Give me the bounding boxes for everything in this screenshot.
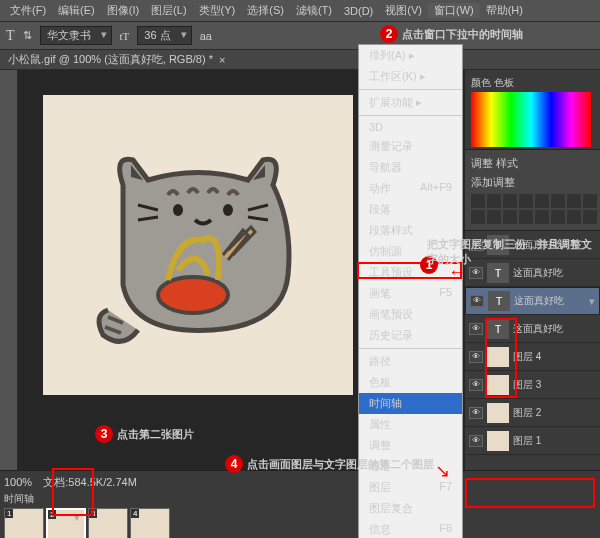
tools-panel[interactable] — [0, 70, 18, 470]
menu-item[interactable]: 排列(A) ▸ — [359, 45, 462, 66]
size-icon: tT — [120, 30, 130, 42]
menu-window[interactable]: 窗口(W) — [428, 3, 480, 18]
menu-item[interactable]: 导航器 — [359, 157, 462, 178]
menu-item[interactable]: 画笔预设 — [359, 304, 462, 325]
layer-row[interactable]: 👁T这面真好吃 — [465, 315, 600, 343]
menu-edit[interactable]: 编辑(E) — [52, 3, 101, 18]
menu-filter[interactable]: 滤镜(T) — [290, 3, 338, 18]
menu-item[interactable]: 图层复合 — [359, 498, 462, 519]
menu-item[interactable]: 动作Alt+F9 — [359, 178, 462, 199]
layer-row[interactable]: 👁T这面真好吃 — [465, 287, 600, 315]
orientation-icon[interactable]: ⇅ — [23, 29, 32, 42]
menu-item[interactable]: 画笔F5 — [359, 283, 462, 304]
font-size[interactable]: 36 点 — [137, 26, 191, 45]
menu-3d[interactable]: 3D(D) — [338, 5, 379, 17]
timeline-frame[interactable]: 1 — [4, 508, 44, 538]
text-tool-icon: T — [6, 28, 15, 44]
menu-item[interactable]: 调整 — [359, 435, 462, 456]
menu-layer[interactable]: 图层(L) — [145, 3, 192, 18]
menu-image[interactable]: 图像(I) — [101, 3, 145, 18]
timeline-frame[interactable]: 2 — [46, 508, 86, 538]
panels: 颜色 色板 调整 样式 添加调整 👁T这面真好吃👁T这面真好吃👁T这面真好吃👁T… — [465, 70, 600, 470]
cat-illustration — [83, 135, 313, 355]
adjustments-panel[interactable]: 调整 样式 添加调整 — [465, 150, 600, 231]
visibility-icon[interactable]: 👁 — [469, 351, 483, 363]
callout-2: 2点击窗口下拉中的时间轴 — [380, 25, 523, 43]
menubar: 文件(F) 编辑(E) 图像(I) 图层(L) 类型(Y) 选择(S) 滤镜(T… — [0, 0, 600, 22]
menu-item[interactable]: 历史记录 — [359, 325, 462, 346]
svg-point-0 — [173, 204, 183, 216]
visibility-icon[interactable]: 👁 — [469, 267, 483, 279]
callout-5: 把文字图层复制三份，并且调整文字的大小 — [427, 237, 600, 267]
visibility-icon[interactable]: 👁 — [469, 323, 483, 335]
visibility-icon[interactable]: 👁 — [469, 407, 483, 419]
layer-row[interactable]: 👁图层 4 — [465, 343, 600, 371]
menu-item[interactable]: 测量记录 — [359, 136, 462, 157]
callout-3: 3点击第二张图片 — [95, 425, 194, 443]
menu-item[interactable]: 3D — [359, 118, 462, 136]
menu-select[interactable]: 选择(S) — [241, 3, 290, 18]
menu-item[interactable]: 时间轴 — [359, 393, 462, 414]
canvas[interactable] — [43, 95, 353, 395]
menu-help[interactable]: 帮助(H) — [480, 3, 529, 18]
visibility-icon[interactable]: 👁 — [469, 379, 483, 391]
timeline-frame[interactable]: 3 — [88, 508, 128, 538]
svg-point-1 — [223, 204, 233, 216]
menu-item[interactable]: 工作区(K) ▸ — [359, 66, 462, 87]
visibility-icon[interactable]: 👁 — [469, 435, 483, 447]
layer-row[interactable]: 👁图层 3 — [465, 371, 600, 399]
menu-item[interactable]: 段落 — [359, 199, 462, 220]
timeline-tab[interactable]: 时间轴 — [4, 492, 596, 506]
layer-row[interactable]: 👁图层 2 — [465, 399, 600, 427]
svg-point-2 — [158, 277, 228, 313]
document-tab[interactable]: 小松鼠.gif @ 100% (这面真好吃, RGB/8) *× — [0, 50, 600, 70]
timeline-frame[interactable]: 4 — [130, 508, 170, 538]
visibility-icon[interactable]: 👁 — [470, 295, 484, 307]
menu-file[interactable]: 文件(F) — [4, 3, 52, 18]
menu-item[interactable]: 路径 — [359, 351, 462, 372]
menu-item[interactable]: 色板 — [359, 372, 462, 393]
font-family[interactable]: 华文隶书 — [40, 26, 112, 45]
layer-row[interactable]: 👁图层 1 — [465, 427, 600, 455]
arrow-icon: ↘ — [435, 460, 450, 482]
callout-4: 4点击画面图层与文字图层的第二个图层 — [225, 455, 434, 473]
menu-item[interactable]: 信息F8 — [359, 519, 462, 538]
zoom-level[interactable]: 100% — [4, 476, 32, 488]
antialias[interactable]: aa — [200, 30, 212, 42]
menu-type[interactable]: 类型(Y) — [193, 3, 242, 18]
doc-size: 文档:584.5K/2.74M — [43, 476, 137, 488]
menu-view[interactable]: 视图(V) — [379, 3, 428, 18]
color-panel[interactable]: 颜色 色板 — [465, 70, 600, 150]
menu-item[interactable]: 属性 — [359, 414, 462, 435]
menu-item[interactable]: 扩展功能 ▸ — [359, 92, 462, 113]
timeline-panel: 100% 文档:584.5K/2.74M 时间轴 1234 — [0, 470, 600, 538]
